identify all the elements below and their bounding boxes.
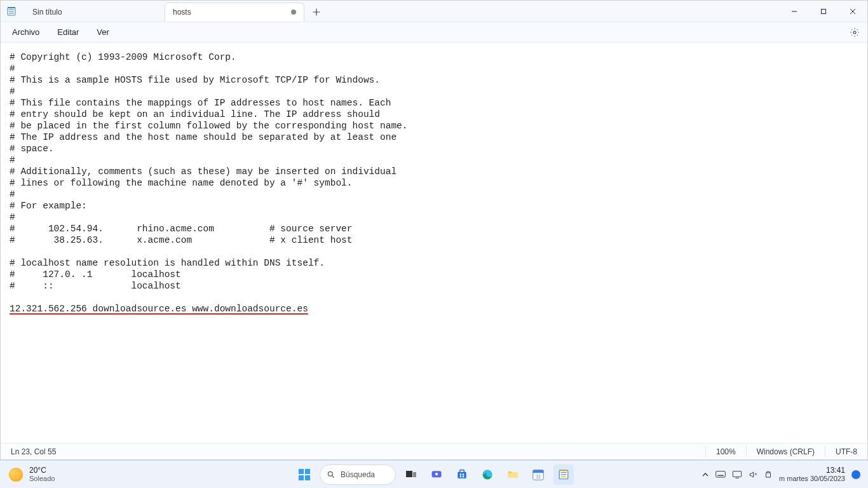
- svg-rect-30: [559, 470, 568, 471]
- clock-date: m martes 30/05/2023: [779, 475, 845, 483]
- power-icon[interactable]: [764, 470, 773, 479]
- sun-icon: [9, 468, 23, 482]
- microsoft-store-button[interactable]: [452, 464, 472, 485]
- tab-label: hosts: [173, 8, 191, 17]
- svg-rect-20: [463, 475, 465, 477]
- menubar: Archivo Editar Ver: [1, 22, 867, 43]
- status-encoding[interactable]: UTF-8: [825, 444, 867, 459]
- notepad-window: Sin título hosts Archivo Editar V: [0, 0, 868, 460]
- svg-rect-7: [299, 469, 304, 474]
- text-editor[interactable]: # Copyright (c) 1993-2009 Microsoft Corp…: [1, 43, 867, 443]
- tab-untitled[interactable]: Sin título: [25, 3, 165, 22]
- settings-button[interactable]: [846, 24, 864, 41]
- keyboard-icon[interactable]: [715, 471, 726, 478]
- taskbar-weather-widget[interactable]: 20°C Soleado: [0, 466, 203, 483]
- highlighted-hosts-entry: 12.321.562.256 downloadsource.es www.dow…: [10, 304, 308, 314]
- svg-point-15: [435, 473, 438, 475]
- weather-description: Soleado: [29, 475, 55, 483]
- notepad-taskbar-button[interactable]: [553, 464, 574, 485]
- svg-rect-18: [463, 473, 465, 475]
- volume-mute-icon[interactable]: [749, 470, 757, 479]
- taskbar: 20°C Soleado Búsqueda: [0, 460, 868, 488]
- svg-rect-24: [533, 470, 544, 473]
- status-cursor-position: Ln 23, Col 55: [1, 444, 66, 459]
- tab-hosts[interactable]: hosts: [165, 3, 304, 22]
- unsaved-indicator-icon: [291, 10, 296, 15]
- svg-rect-17: [460, 473, 462, 475]
- menu-view[interactable]: Ver: [89, 25, 117, 39]
- svg-rect-13: [413, 472, 416, 477]
- tab-label: Sin título: [32, 8, 62, 17]
- notification-badge[interactable]: [851, 470, 860, 479]
- cast-icon[interactable]: [732, 470, 742, 479]
- svg-rect-31: [716, 471, 726, 477]
- new-tab-button[interactable]: [307, 3, 326, 22]
- svg-rect-9: [299, 475, 304, 480]
- svg-rect-4: [8, 7, 15, 8]
- statusbar: Ln 23, Col 55 100% Windows (CRLF) UTF-8: [1, 443, 867, 459]
- window-controls: [780, 1, 867, 22]
- weather-text: 20°C Soleado: [29, 466, 55, 483]
- chat-button[interactable]: [426, 464, 447, 485]
- svg-rect-33: [733, 471, 741, 477]
- close-button[interactable]: [838, 1, 867, 22]
- svg-point-6: [853, 31, 856, 34]
- svg-point-11: [328, 471, 332, 476]
- svg-rect-10: [305, 475, 310, 480]
- taskbar-clock[interactable]: 13:41 m martes 30/05/2023: [779, 466, 845, 483]
- svg-rect-16: [458, 471, 466, 478]
- system-tray[interactable]: [702, 470, 773, 479]
- status-eol[interactable]: Windows (CRLF): [747, 444, 825, 459]
- taskbar-center: Búsqueda 31: [203, 464, 665, 485]
- file-explorer-button[interactable]: [503, 464, 523, 485]
- start-button[interactable]: [294, 464, 315, 485]
- search-icon: [327, 470, 336, 479]
- task-view-button[interactable]: [401, 464, 421, 485]
- search-placeholder: Búsqueda: [341, 470, 375, 479]
- svg-rect-22: [508, 473, 518, 478]
- taskbar-right: 13:41 m martes 30/05/2023: [665, 466, 868, 483]
- calendar-button[interactable]: 31: [528, 464, 548, 485]
- chevron-up-icon[interactable]: [702, 471, 709, 478]
- taskbar-search[interactable]: Búsqueda: [320, 464, 396, 485]
- edge-button[interactable]: [477, 464, 498, 485]
- menu-file[interactable]: Archivo: [4, 25, 47, 39]
- notepad-app-icon: [1, 1, 22, 22]
- maximize-button[interactable]: [809, 1, 838, 22]
- menu-edit[interactable]: Editar: [50, 25, 86, 39]
- svg-rect-19: [460, 475, 462, 477]
- status-zoom[interactable]: 100%: [706, 444, 746, 459]
- minimize-button[interactable]: [780, 1, 809, 22]
- clock-time: 13:41: [826, 466, 845, 475]
- svg-rect-5: [822, 9, 826, 13]
- svg-rect-32: [717, 475, 723, 475]
- tab-strip: Sin título hosts: [22, 1, 780, 22]
- svg-text:31: 31: [536, 473, 541, 479]
- editor-content[interactable]: # Copyright (c) 1993-2009 Microsoft Corp…: [10, 51, 858, 315]
- weather-temperature: 20°C: [29, 466, 55, 475]
- titlebar[interactable]: Sin título hosts: [1, 1, 867, 22]
- svg-rect-12: [406, 471, 412, 477]
- svg-rect-8: [305, 469, 310, 474]
